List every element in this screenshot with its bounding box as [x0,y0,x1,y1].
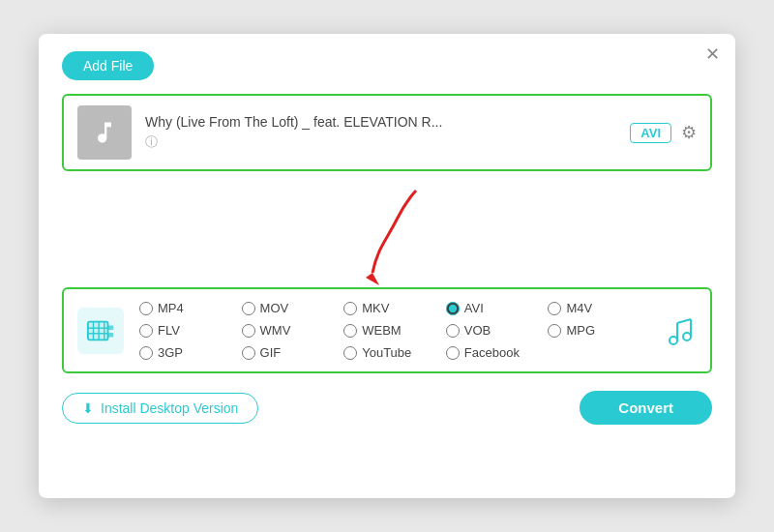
file-row: Why (Live From The Loft) _ feat. ELEVATI… [62,94,712,171]
video-format-icon [86,316,115,345]
label-mkv: MKV [362,301,389,315]
label-vob: VOB [464,323,491,338]
file-actions: AVI ⚙ [630,122,697,143]
arrow-svg [329,181,445,287]
arrow-area [62,181,712,287]
format-option-facebook[interactable]: Facebook [446,345,549,360]
radio-webm[interactable] [343,324,357,338]
format-grid: MP4MOVMKVAVIM4VFLVWMVWEBMVOBMPG3GPGIFYou… [139,301,650,360]
format-option-mpg[interactable]: MPG [548,323,650,338]
label-gif: GIF [260,345,282,360]
music-icon-box[interactable] [658,310,700,352]
format-option-mkv[interactable]: MKV [343,301,446,315]
close-button[interactable]: ✕ [705,45,720,63]
label-m4v: M4V [566,301,592,315]
gear-icon[interactable]: ⚙ [681,122,697,143]
format-option-mp4[interactable]: MP4 [139,301,242,315]
video-icon-box [77,308,124,354]
radio-youtube[interactable] [343,346,357,360]
format-option-vob[interactable]: VOB [446,323,549,338]
install-label: Install Desktop Version [101,400,238,416]
main-dialog: ✕ Add File Why (Live From The Loft) _ fe… [39,34,735,498]
format-option-gif[interactable]: GIF [242,345,344,360]
radio-m4v[interactable] [548,302,561,315]
format-option-mov[interactable]: MOV [242,301,344,315]
format-option-3gp[interactable]: 3GP [139,345,242,360]
format-badge[interactable]: AVI [630,123,671,143]
svg-point-11 [683,333,691,340]
bottom-bar: ⬇ Install Desktop Version Convert [62,391,712,425]
svg-marker-0 [366,273,379,285]
music-note-icon [91,119,118,146]
svg-rect-9 [108,332,114,337]
convert-button[interactable]: Convert [580,391,712,425]
radio-facebook[interactable] [446,346,460,360]
label-flv: FLV [158,323,180,338]
format-option-avi[interactable]: AVI [446,301,549,315]
label-wmv: WMV [260,323,291,338]
download-icon: ⬇ [82,400,94,416]
label-3gp: 3GP [158,345,183,360]
svg-line-14 [677,319,691,323]
radio-mp4[interactable] [139,302,153,315]
label-mp4: MP4 [158,301,184,315]
label-webm: WEBM [362,323,401,338]
radio-wmv[interactable] [242,324,255,338]
label-mov: MOV [260,301,289,315]
radio-avi[interactable] [446,302,460,315]
format-option-wmv[interactable]: WMV [242,323,344,338]
svg-rect-8 [108,325,114,330]
label-mpg: MPG [566,323,595,338]
label-facebook: Facebook [464,345,520,360]
label-avi: AVI [464,301,484,315]
add-file-button[interactable]: Add File [62,51,154,80]
file-title: Why (Live From The Loft) _ feat. ELEVATI… [145,114,630,130]
format-option-youtube[interactable]: YouTube [343,345,446,360]
format-option-webm[interactable]: WEBM [343,323,446,338]
svg-point-10 [670,337,677,344]
file-info: Why (Live From The Loft) _ feat. ELEVATI… [145,114,630,151]
radio-mpg[interactable] [548,324,561,338]
radio-3gp[interactable] [139,346,153,360]
radio-mkv[interactable] [343,302,357,315]
format-panel: MP4MOVMKVAVIM4VFLVWMVWEBMVOBMPG3GPGIFYou… [62,287,712,373]
file-info-icon[interactable]: ⓘ [145,133,630,151]
audio-format-icon [664,315,695,346]
radio-flv[interactable] [139,324,153,338]
file-thumbnail [77,105,132,160]
radio-mov[interactable] [242,302,255,315]
format-option-flv[interactable]: FLV [139,323,242,338]
install-button[interactable]: ⬇ Install Desktop Version [62,393,258,424]
radio-gif[interactable] [242,346,255,360]
label-youtube: YouTube [362,345,411,360]
format-option-m4v[interactable]: M4V [548,301,650,315]
radio-vob[interactable] [446,324,460,338]
